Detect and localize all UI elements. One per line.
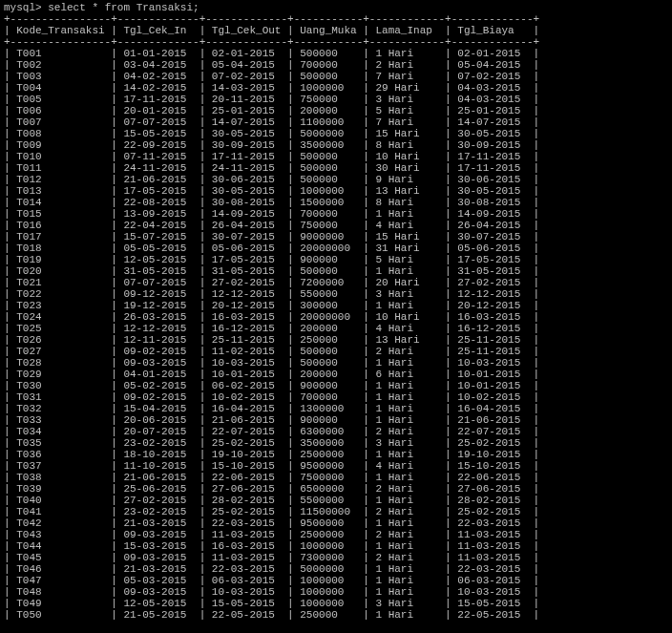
mysql-prompt: mysql> [4, 2, 48, 13]
terminal-output[interactable]: mysql> select * from Transaksi; +-------… [0, 0, 672, 622]
sql-query: select * from Transaksi; [48, 2, 199, 13]
result-table: +----------------+-------------+--------… [4, 13, 668, 621]
